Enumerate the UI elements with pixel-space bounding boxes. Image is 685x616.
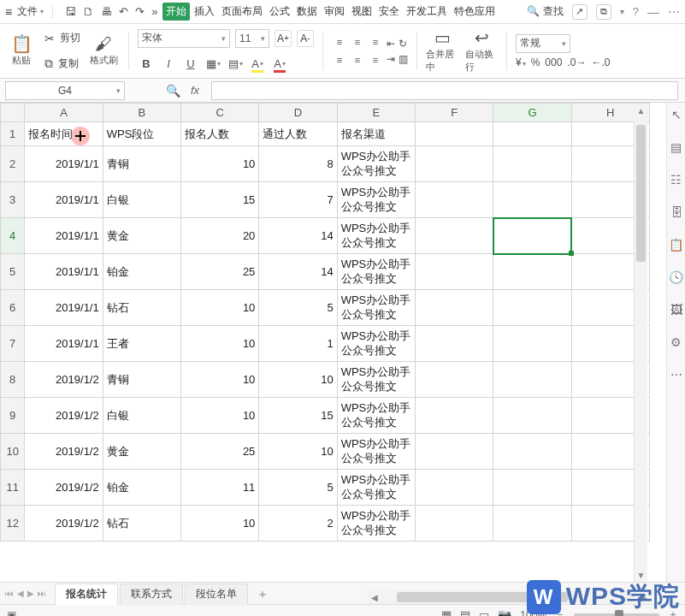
ribbon-tab[interactable]: 公式 xyxy=(267,3,292,21)
align-left-button[interactable]: ≡ xyxy=(332,52,347,68)
cell[interactable] xyxy=(493,254,571,290)
zoom-slider[interactable] xyxy=(574,613,659,617)
copy-button[interactable]: ⧉复制 xyxy=(44,53,80,75)
sheet-tab[interactable]: 联系方式 xyxy=(120,583,183,605)
cell[interactable]: 2019/1/2 xyxy=(25,434,103,470)
scroll-right-arrow-icon[interactable]: ▶ xyxy=(641,590,647,604)
font-color-button[interactable]: A▾ xyxy=(271,56,288,73)
cell[interactable]: 2019/1/2 xyxy=(25,506,103,542)
cell[interactable]: 5 xyxy=(259,470,337,506)
cell[interactable]: 7 xyxy=(259,182,337,218)
select-all-corner[interactable] xyxy=(1,104,25,122)
cell[interactable]: 2019/1/1 xyxy=(25,146,103,182)
minimize-icon[interactable]: — xyxy=(647,5,659,19)
sheet-tab[interactable]: 报名统计 xyxy=(55,583,118,605)
merge-center-button[interactable]: ▭ 合并居中 xyxy=(426,27,458,75)
zoom-out-button[interactable]: － xyxy=(555,607,565,616)
normal-view-icon[interactable]: ▦ xyxy=(441,608,452,616)
redo-icon[interactable]: ↷ xyxy=(135,5,145,18)
cell[interactable]: 25 xyxy=(181,254,259,290)
column-header[interactable]: G xyxy=(493,104,571,122)
cell[interactable]: 10 xyxy=(181,146,259,182)
cell[interactable] xyxy=(415,290,493,326)
align-center-button[interactable]: ≡ xyxy=(350,52,365,68)
cell[interactable]: 铂金 xyxy=(103,470,180,506)
paste-button[interactable]: 📋 粘贴 xyxy=(5,27,38,75)
clipboard-panel-icon[interactable]: 📋 xyxy=(669,238,683,252)
add-sheet-button[interactable]: ＋ xyxy=(250,584,275,605)
cell[interactable]: 2019/1/1 xyxy=(25,182,103,218)
select-tool-icon[interactable]: ↖ xyxy=(671,108,682,121)
cell[interactable]: 1 xyxy=(259,326,337,362)
undo-icon[interactable]: ↶ xyxy=(119,5,128,18)
cell[interactable]: 14 xyxy=(259,254,337,290)
align-middle-button[interactable]: ≡ xyxy=(350,34,365,50)
selected-cell[interactable] xyxy=(493,218,571,254)
cell[interactable]: WPS办公助手公众号推文 xyxy=(337,398,415,434)
row-header[interactable]: 3 xyxy=(1,182,25,218)
ribbon-tab[interactable]: 开发工具 xyxy=(404,3,450,21)
row-header[interactable]: 9 xyxy=(1,398,25,434)
row-header[interactable]: 10 xyxy=(1,434,25,470)
border-button[interactable]: ▦▾ xyxy=(204,56,221,73)
cell[interactable]: WPS办公助手公众号推文 xyxy=(337,290,415,326)
cell[interactable] xyxy=(493,398,571,434)
font-size-combo[interactable]: 11▾ xyxy=(235,29,269,48)
column-header[interactable]: D xyxy=(259,104,337,122)
number-format-combo[interactable]: 常规▾ xyxy=(516,34,570,53)
cell[interactable]: WPS办公助手公众号推文 xyxy=(337,326,415,362)
underline-button[interactable]: U xyxy=(182,56,199,73)
scroll-down-arrow-icon[interactable]: ▼ xyxy=(635,571,647,580)
cell[interactable] xyxy=(415,122,493,146)
cell[interactable] xyxy=(493,434,571,470)
cell[interactable]: 14 xyxy=(259,218,337,254)
cell[interactable]: 10 xyxy=(181,506,259,542)
align-bottom-button[interactable]: ≡ xyxy=(368,34,383,50)
cell[interactable]: 铂金 xyxy=(103,254,180,290)
cell[interactable]: WPS段位 xyxy=(103,122,180,146)
row-header[interactable]: 1 xyxy=(1,122,25,146)
ribbon-tab[interactable]: 数据 xyxy=(294,3,320,21)
magnifier-icon[interactable]: 🔍 xyxy=(166,84,180,98)
decrease-decimal-button[interactable]: ←.0 xyxy=(591,56,610,68)
history-panel-icon[interactable]: 🕓 xyxy=(669,270,683,284)
cell[interactable] xyxy=(493,362,571,398)
font-name-combo[interactable]: 宋体▾ xyxy=(138,29,230,48)
ribbon-tab[interactable]: 开始 xyxy=(162,3,190,21)
cell[interactable]: 25 xyxy=(181,434,259,470)
cell[interactable]: 2 xyxy=(259,506,337,542)
cell[interactable] xyxy=(415,254,493,290)
cell[interactable]: 20 xyxy=(181,218,259,254)
italic-button[interactable]: I xyxy=(160,56,177,73)
share-icon[interactable]: ↗ xyxy=(572,4,588,20)
name-box[interactable]: G4 ▾ xyxy=(5,81,125,100)
cell[interactable]: 15 xyxy=(181,182,259,218)
cell[interactable]: 10 xyxy=(181,362,259,398)
format-painter-button[interactable]: 🖌 格式刷 xyxy=(87,27,120,75)
print-preview-icon[interactable]: 🗋 xyxy=(83,5,94,18)
cell[interactable]: WPS办公助手公众号推文 xyxy=(337,506,415,542)
ribbon-tab[interactable]: 插入 xyxy=(192,3,217,21)
indent-decrease-button[interactable]: ⇤ xyxy=(387,38,395,50)
image-panel-icon[interactable]: 🖼 xyxy=(670,303,682,317)
cell[interactable]: WPS办公助手公众号推文 xyxy=(337,146,415,182)
cell[interactable]: 黄金 xyxy=(103,434,180,470)
cell[interactable]: 10 xyxy=(181,326,259,362)
cell[interactable]: 报名人数 xyxy=(181,122,259,146)
cell[interactable]: 10 xyxy=(181,290,259,326)
window-icon[interactable]: ⧉ xyxy=(596,4,611,20)
align-top-button[interactable]: ≡ xyxy=(332,34,347,50)
search-button[interactable]: 🔍 查找 xyxy=(527,4,563,19)
column-header[interactable]: B xyxy=(103,104,180,122)
cell[interactable] xyxy=(493,470,571,506)
ribbon-tab[interactable]: 安全 xyxy=(376,3,402,21)
print-icon[interactable]: 🖶 xyxy=(101,5,112,18)
cell[interactable] xyxy=(493,122,571,146)
cell[interactable] xyxy=(415,182,493,218)
hamburger-icon[interactable]: ≡ xyxy=(5,5,12,19)
ribbon-tab[interactable]: 视图 xyxy=(349,3,375,21)
cell[interactable] xyxy=(415,362,493,398)
cell[interactable]: 2019/1/2 xyxy=(25,470,103,506)
spreadsheet-grid[interactable]: ABCDEFGH1报名时间WPS段位报名人数通过人数报名渠道22019/1/1青… xyxy=(0,103,650,542)
scroll-thumb[interactable] xyxy=(397,592,568,602)
